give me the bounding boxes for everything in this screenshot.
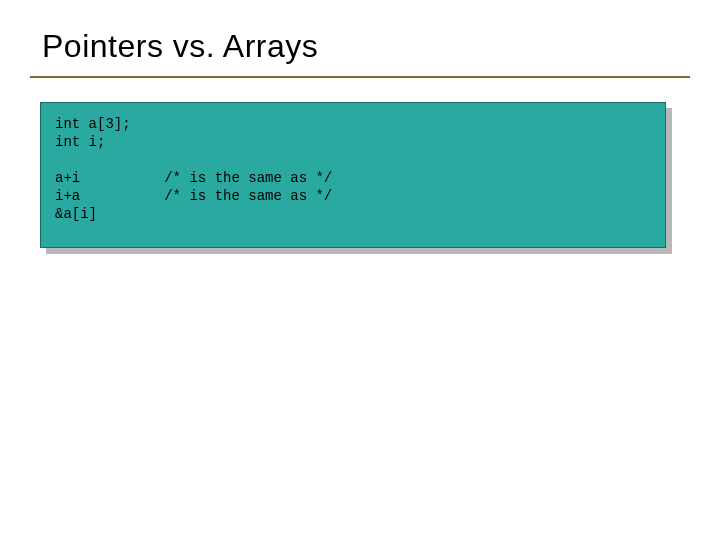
title-area: Pointers vs. Arrays: [42, 28, 680, 65]
code-line-2: int i;: [55, 134, 105, 150]
page-title: Pointers vs. Arrays: [42, 28, 680, 65]
code-line-5: i+a /* is the same as */: [55, 188, 332, 204]
code-line-6: &a[i]: [55, 206, 97, 222]
slide: Pointers vs. Arrays int a[3]; int i; a+i…: [0, 0, 720, 540]
code-box: int a[3]; int i; a+i /* is the same as *…: [40, 102, 666, 248]
code-line-4: a+i /* is the same as */: [55, 170, 332, 186]
code-line-1: int a[3];: [55, 116, 131, 132]
title-underline: [30, 76, 690, 78]
